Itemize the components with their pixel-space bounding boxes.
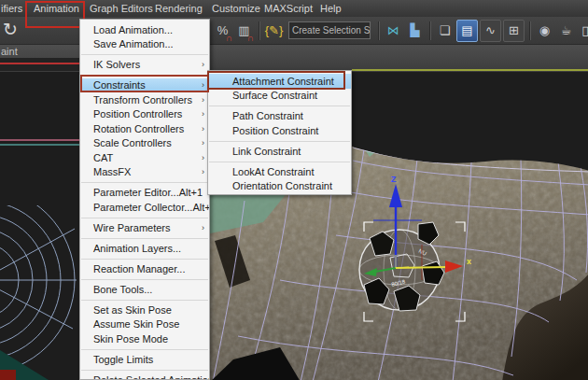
- menu-item-label: Load Animation...: [93, 24, 188, 35]
- edit-named-selection-sets-icon[interactable]: {✎}: [264, 21, 284, 41]
- item-ifiers[interactable]: ifiers: [1, 0, 22, 17]
- item-load-animation[interactable]: Load Animation... ›: [80, 22, 209, 37]
- item-reaction-manager[interactable]: Reaction Manager... ›: [80, 261, 209, 276]
- item-delete-selected-animation[interactable]: Delete Selected Animation ›: [80, 373, 209, 380]
- menu-bar: ifiers Animation Graph Editors Rendering…: [0, 0, 588, 18]
- item-save-animation[interactable]: Save Animation... ›: [80, 37, 209, 52]
- selection-set-dropdown[interactable]: Create Selection Se ▾: [288, 21, 371, 39]
- toolbar-separator: [257, 21, 261, 41]
- scene-explorer-icon[interactable]: ▤: [456, 20, 478, 42]
- menu-item-label: Delete Selected Animation: [93, 374, 210, 380]
- item-help[interactable]: Help: [320, 0, 342, 17]
- item-maxscript[interactable]: MAXScript: [264, 0, 313, 17]
- layer-manager-icon[interactable]: ❏: [435, 21, 455, 41]
- item-position-constraint[interactable]: Position Constraint: [208, 123, 351, 138]
- item-position-controllers[interactable]: Position Controllers ›: [80, 107, 209, 122]
- item-orientation-constraint[interactable]: Orientation Constraint: [208, 179, 351, 194]
- partial-paint-label: aint: [1, 46, 18, 57]
- menu-item-label: CAT: [93, 152, 188, 163]
- menu-item-label: LookAt Constraint: [232, 166, 329, 177]
- toolbar-separator: [527, 21, 532, 41]
- item-toggle-limits[interactable]: Toggle Limits ›: [80, 352, 209, 367]
- menu-item-label: Bone Tools...: [93, 284, 188, 295]
- menu-item-label: Set as Skin Pose: [93, 304, 188, 316]
- menu-item-label: Transform Controllers: [93, 94, 192, 106]
- viewport-edge: [0, 58, 79, 71]
- compression-artifact: [0, 139, 79, 141]
- item-parameter-editor[interactable]: Parameter Editor... Alt+1 ›: [80, 186, 209, 201]
- menu-item-shortcut: Alt+2: [192, 202, 210, 213]
- selection-set-value: Create Selection Se: [289, 25, 371, 35]
- menu-item-label: Skin Pose Mode: [93, 333, 188, 345]
- toolbar-separator: [427, 21, 432, 41]
- schematic-view-icon[interactable]: ⊞: [503, 20, 525, 42]
- item-lookat-constraint[interactable]: LookAt Constraint: [208, 164, 351, 179]
- submenu-arrow-icon: ›: [197, 109, 204, 119]
- spinner-snap-toggle-icon[interactable]: ▥∩: [234, 21, 254, 41]
- submenu-arrow-icon: ›: [197, 138, 204, 148]
- menu-item-label: Position Controllers: [93, 108, 188, 120]
- menu-item-label: Rotation Controllers: [93, 123, 188, 134]
- menu-item-shortcut: Alt+1: [179, 187, 203, 198]
- align-icon[interactable]: ▙: [405, 21, 425, 41]
- menu-item-label: IK Solvers: [93, 59, 188, 70]
- item-massfx[interactable]: MassFX ›: [80, 165, 209, 180]
- 3ds-max-window: { "menu_bar": { "items": [ {"label":"ifi…: [0, 0, 588, 380]
- menu-item-label: Save Animation...: [93, 38, 188, 49]
- percent-snap-toggle-icon[interactable]: %∩: [213, 21, 232, 41]
- render-setup-icon[interactable]: ☕: [556, 21, 576, 41]
- item-graph-editors[interactable]: Graph Editors: [90, 0, 153, 17]
- item-assume-skin-pose[interactable]: Assume Skin Pose ›: [80, 317, 209, 332]
- menu-item-label: MassFX: [93, 166, 188, 177]
- material-editor-icon[interactable]: ◉: [535, 21, 554, 41]
- submenu-arrow-icon: ›: [197, 124, 204, 134]
- item-cat[interactable]: CAT ›: [80, 150, 209, 165]
- mirror-icon[interactable]: ⋈: [384, 21, 403, 41]
- item-ik-solvers[interactable]: IK Solvers ›: [80, 58, 209, 73]
- menu-item-label: Assume Skin Pose: [93, 318, 188, 330]
- menu-item-label: Parameter Collector...: [93, 202, 192, 213]
- annotation-box-animation: [25, 1, 85, 28]
- item-skin-pose-mode[interactable]: Skin Pose Mode ›: [80, 331, 209, 346]
- menu-item-label: Wire Parameters: [93, 222, 188, 233]
- gizmo-z-label: Z: [391, 175, 397, 184]
- menu-item-label: Toggle Limits: [93, 354, 188, 365]
- menu-item-label: Position Constraint: [232, 125, 329, 136]
- rotate-icon[interactable]: ↻: [3, 19, 18, 40]
- item-scale-controllers[interactable]: Scale Controllers ›: [80, 136, 209, 151]
- gizmo-x-label: x: [467, 257, 471, 266]
- item-bone-tools[interactable]: Bone Tools... ›: [80, 282, 209, 297]
- compression-artifact: [0, 144, 79, 146]
- submenu-arrow-icon: ›: [197, 167, 204, 176]
- item-transform-controllers[interactable]: Transform Controllers ›: [80, 92, 209, 107]
- item-set-as-skin-pose[interactable]: Set as Skin Pose ›: [80, 303, 209, 317]
- submenu-arrow-icon: ›: [197, 223, 204, 232]
- menu-item-label: Reaction Manager...: [93, 263, 188, 274]
- item-customize[interactable]: Customize: [212, 0, 260, 17]
- rendered-frame-window-icon[interactable]: ◫: [578, 21, 588, 41]
- menu-item-label: Path Constraint: [232, 110, 329, 121]
- submenu-arrow-icon: ›: [197, 60, 204, 69]
- submenu-arrow-icon: ›: [202, 95, 204, 105]
- compression-artifact: [0, 63, 79, 64]
- toolbar-separator: [376, 21, 381, 41]
- item-parameter-collector[interactable]: Parameter Collector... Alt+2 ›: [80, 200, 209, 215]
- annotation-box-constraints: [80, 75, 209, 92]
- toolbar-group: %∩ ▥∩ {✎} Create Selection Se ▾ ⋈ ▙ ❏: [212, 17, 588, 44]
- item-surface-constraint[interactable]: Surface Constraint: [208, 89, 351, 104]
- menu-item-label: Parameter Editor...: [93, 187, 179, 198]
- item-rendering[interactable]: Rendering: [155, 0, 203, 17]
- item-rotation-controllers[interactable]: Rotation Controllers ›: [80, 121, 209, 136]
- menu-item-label: Surface Constraint: [232, 90, 329, 101]
- active-viewport-border: [352, 69, 588, 71]
- submenu-arrow-icon: ›: [197, 153, 204, 162]
- item-path-constraint[interactable]: Path Constraint: [208, 109, 351, 124]
- annotation-box-attachment: [207, 71, 345, 90]
- menu-item-label: Animation Layers...: [93, 243, 188, 254]
- menu-item-label: Scale Controllers: [93, 137, 188, 148]
- curve-editor-icon[interactable]: ∿: [480, 20, 501, 42]
- item-link-constraint[interactable]: Link Constraint: [208, 144, 351, 159]
- animation-menu-panel: Load Animation... › Save Animation... › …: [79, 19, 210, 380]
- item-wire-parameters[interactable]: Wire Parameters ›: [80, 220, 209, 235]
- item-animation-layers[interactable]: Animation Layers... ›: [80, 241, 209, 256]
